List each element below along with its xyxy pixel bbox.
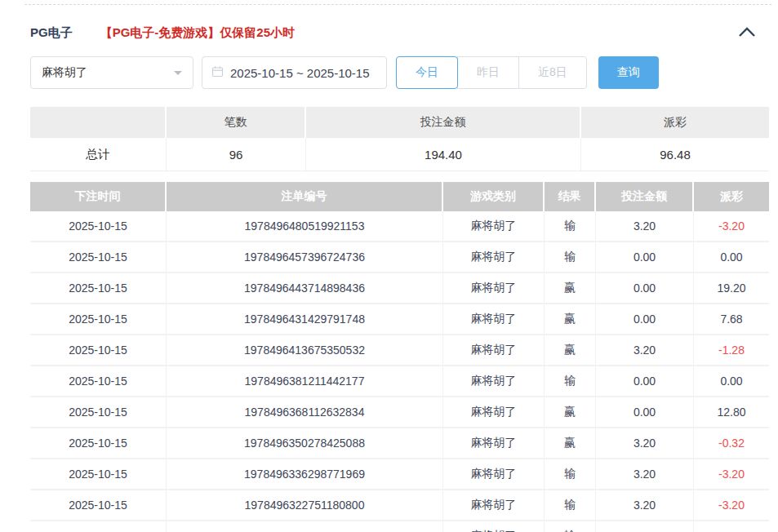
cell-id: 1978496381211442177 (167, 366, 443, 396)
cell-id: 1978496322751180800 (167, 490, 443, 520)
panel-header: PG电子 【PG电子-免费游戏】仅保留25小时 (30, 24, 769, 42)
col-header-bet-id: 注单编号 (167, 182, 443, 211)
cell-id: 1978496336298771969 (167, 459, 443, 489)
cell-id (167, 521, 443, 532)
table-row: 2025-10-151978496480519921153麻将胡了输3.20-3… (30, 211, 769, 242)
cell-amount: 0.00 (596, 304, 694, 334)
cell-id: 1978496413675350532 (167, 335, 443, 365)
cell-time: 2025-10-15 (30, 428, 167, 458)
cell-time: 2025-10-15 (30, 242, 167, 272)
cell-time: 2025-10-15 (30, 211, 167, 241)
cell-result: 赢 (545, 397, 596, 427)
collapse-button[interactable] (738, 26, 756, 40)
search-button[interactable]: 查询 (598, 56, 659, 89)
summary-table: 笔数 投注金额 派彩 总计 96 194.40 96.48 (30, 107, 769, 171)
cell-amount: 0.00 (596, 366, 694, 396)
cell-game: 麻将胡了 (443, 397, 545, 427)
cell-game: 麻将胡了 (443, 211, 545, 241)
summary-header-payout: 派彩 (581, 107, 769, 138)
cell-time: 2025-10-15 (30, 490, 167, 520)
quick-range-button-1[interactable]: 今日 (396, 56, 458, 89)
cell-id: 1978496368112632834 (167, 397, 443, 427)
table-row: 2025-10-151978496336298771969麻将胡了输3.20-3… (30, 459, 769, 490)
col-header-game-type: 游戏类别 (443, 182, 545, 211)
cell-payout: -3.20 (694, 211, 769, 241)
summary-total-row: 总计 96 194.40 96.48 (30, 138, 769, 171)
cell-time: 2025-10-15 (30, 366, 167, 396)
table-row: 2025-10-151978496413675350532麻将胡了赢3.20-1… (30, 335, 769, 366)
cell-payout (694, 521, 769, 532)
cell-amount: 3.20 (596, 335, 694, 365)
cell-id: 1978496431429791748 (167, 304, 443, 334)
summary-total-label: 总计 (30, 138, 167, 171)
cell-result: 赢 (545, 304, 596, 334)
cell-payout: -3.20 (694, 490, 769, 520)
cell-game: 麻将胡了 (443, 521, 545, 532)
cell-result: 输 (545, 521, 596, 532)
chevron-down-icon (174, 71, 182, 79)
cell-result: 赢 (545, 273, 596, 303)
col-header-bet-time: 下注时间 (30, 182, 167, 211)
cell-amount: 0.00 (596, 397, 694, 427)
cell-payout: 0.00 (694, 242, 769, 272)
cell-amount: 3.20 (596, 211, 694, 241)
summary-total-payout: 96.48 (581, 138, 769, 171)
cell-result: 输 (545, 211, 596, 241)
cell-payout: -0.32 (694, 428, 769, 458)
cell-time: 2025-10-15 (30, 304, 167, 334)
cell-game: 麻将胡了 (443, 490, 545, 520)
cell-game: 麻将胡了 (443, 428, 545, 458)
cell-payout: 12.80 (694, 397, 769, 427)
cell-payout: -3.20 (694, 459, 769, 489)
col-header-result: 结果 (545, 182, 596, 211)
table-row: 麻将胡了输 (30, 521, 769, 532)
cell-game: 麻将胡了 (443, 459, 545, 489)
summary-header-blank (30, 107, 167, 138)
cell-time: 2025-10-15 (30, 459, 167, 489)
table-row: 2025-10-151978496431429791748麻将胡了赢0.007.… (30, 304, 769, 335)
cell-game: 麻将胡了 (443, 242, 545, 272)
cell-time: 2025-10-15 (30, 397, 167, 427)
records-header-row: 下注时间 注单编号 游戏类别 结果 投注金额 派彩 (30, 182, 769, 211)
cell-payout: 7.68 (694, 304, 769, 334)
cell-amount (596, 521, 694, 532)
summary-total-count: 96 (167, 138, 306, 171)
col-header-payout: 派彩 (694, 182, 769, 211)
summary-header-bet-amount: 投注金额 (306, 107, 581, 138)
free-game-notice: 【PG电子-免费游戏】仅保留25小时 (100, 25, 295, 41)
cell-result: 输 (545, 366, 596, 396)
table-row: 2025-10-151978496381211442177麻将胡了输0.000.… (30, 366, 769, 397)
cell-amount: 3.20 (596, 490, 694, 520)
summary-total-bet-amount: 194.40 (306, 138, 581, 171)
quick-range-group: 今日昨日近8日 (396, 56, 587, 89)
table-row: 2025-10-151978496368112632834麻将胡了赢0.0012… (30, 397, 769, 428)
records-body: 2025-10-151978496480519921153麻将胡了输3.20-3… (30, 211, 769, 532)
table-row: 2025-10-151978496322751180800麻将胡了输3.20-3… (30, 490, 769, 521)
records-table: 下注时间 注单编号 游戏类别 结果 投注金额 派彩 2025-10-151978… (30, 182, 769, 532)
cell-payout: 19.20 (694, 273, 769, 303)
page-title: PG电子 (30, 25, 73, 41)
panel: PG电子 【PG电子-免费游戏】仅保留25小时 麻将胡了 (0, 24, 769, 532)
cell-result: 赢 (545, 335, 596, 365)
quick-range-button-3[interactable]: 近8日 (518, 56, 587, 89)
calendar-icon (211, 65, 224, 80)
cell-time: 2025-10-15 (30, 335, 167, 365)
cell-result: 赢 (545, 428, 596, 458)
game-select[interactable]: 麻将胡了 (30, 56, 193, 89)
cell-id: 1978496480519921153 (167, 211, 443, 241)
date-range-input[interactable]: 2025-10-15 ~ 2025-10-15 (202, 56, 387, 89)
cell-game: 麻将胡了 (443, 366, 545, 396)
cell-game: 麻将胡了 (443, 335, 545, 365)
cell-amount: 3.20 (596, 459, 694, 489)
cell-result: 输 (545, 459, 596, 489)
cell-payout: -1.28 (694, 335, 769, 365)
cell-id: 1978496443714898436 (167, 273, 443, 303)
quick-range-button-2[interactable]: 昨日 (457, 56, 519, 89)
cell-result: 输 (545, 242, 596, 272)
date-range-value: 2025-10-15 ~ 2025-10-15 (230, 66, 370, 80)
table-row: 2025-10-151978496457396724736麻将胡了输0.000.… (30, 242, 769, 273)
filter-bar: 麻将胡了 2025-10-15 ~ 2025-10-15 今日昨日近8日 查询 (30, 56, 769, 89)
summary-header-count: 笔数 (167, 107, 306, 138)
cell-id: 1978496457396724736 (167, 242, 443, 272)
summary-header-row: 笔数 投注金额 派彩 (30, 107, 769, 138)
